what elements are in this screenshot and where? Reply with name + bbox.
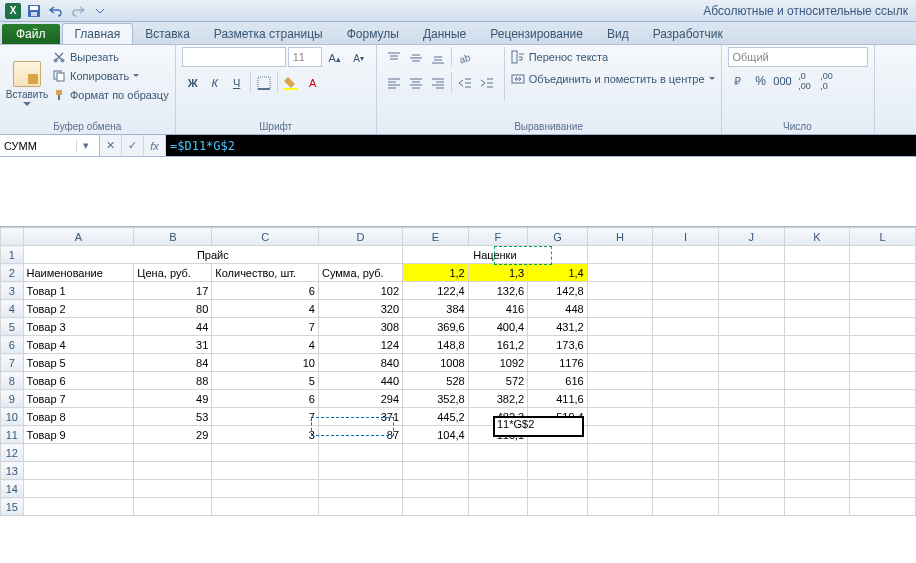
cell[interactable] xyxy=(718,264,784,282)
cell[interactable] xyxy=(212,480,319,498)
cell[interactable]: Товар 7 xyxy=(23,390,134,408)
cell[interactable] xyxy=(134,498,212,516)
cell[interactable] xyxy=(718,354,784,372)
cell[interactable]: 7 xyxy=(212,408,319,426)
cell[interactable] xyxy=(587,426,653,444)
name-box-dropdown[interactable]: ▾ xyxy=(76,139,94,152)
decrease-decimal-icon[interactable]: ,00,0 xyxy=(816,70,838,92)
cell[interactable]: 448 xyxy=(528,300,587,318)
cell[interactable] xyxy=(587,336,653,354)
cell[interactable] xyxy=(850,354,916,372)
cell[interactable] xyxy=(653,354,719,372)
percent-icon[interactable]: % xyxy=(750,70,772,92)
cell[interactable] xyxy=(528,444,587,462)
cell[interactable] xyxy=(528,462,587,480)
cell[interactable] xyxy=(784,372,850,390)
worksheet-grid[interactable]: A B C D E F G H I J K L 1 Прайс Наценки … xyxy=(0,227,916,516)
row-header[interactable]: 2 xyxy=(1,264,24,282)
cell[interactable] xyxy=(653,480,719,498)
cell[interactable] xyxy=(784,462,850,480)
cell[interactable] xyxy=(212,462,319,480)
tab-data[interactable]: Данные xyxy=(411,24,478,44)
cell[interactable]: 400,4 xyxy=(468,318,527,336)
cell[interactable] xyxy=(587,444,653,462)
cell[interactable]: 382,2 xyxy=(468,390,527,408)
cut-button[interactable]: Вырезать xyxy=(52,47,169,66)
tab-review[interactable]: Рецензирование xyxy=(478,24,595,44)
cell[interactable]: 572 xyxy=(468,372,527,390)
cell[interactable]: 1092 xyxy=(468,354,527,372)
cell[interactable]: 519,4 xyxy=(528,408,587,426)
paste-button[interactable]: Вставить xyxy=(6,47,48,119)
cell[interactable]: 6 xyxy=(212,390,319,408)
cell[interactable] xyxy=(718,444,784,462)
cell[interactable] xyxy=(468,480,527,498)
cell[interactable] xyxy=(528,426,587,444)
cell[interactable] xyxy=(653,498,719,516)
cell[interactable]: 88 xyxy=(134,372,212,390)
align-left-icon[interactable] xyxy=(383,72,405,94)
cell[interactable] xyxy=(23,462,134,480)
undo-icon[interactable] xyxy=(46,2,66,20)
cell[interactable]: Товар 6 xyxy=(23,372,134,390)
row-header[interactable]: 4 xyxy=(1,300,24,318)
cell[interactable] xyxy=(718,318,784,336)
col-header[interactable]: D xyxy=(318,228,402,246)
cell[interactable] xyxy=(850,318,916,336)
cell[interactable] xyxy=(318,462,402,480)
cell[interactable] xyxy=(653,426,719,444)
cell[interactable]: 416 xyxy=(468,300,527,318)
fill-color-button[interactable] xyxy=(280,72,302,94)
cell[interactable] xyxy=(528,480,587,498)
col-header[interactable]: E xyxy=(403,228,469,246)
cell[interactable]: 29 xyxy=(134,426,212,444)
comma-style-icon[interactable]: 000 xyxy=(772,70,794,92)
wrap-text-button[interactable]: Перенос текста xyxy=(511,47,715,66)
cell[interactable]: Товар 4 xyxy=(23,336,134,354)
row-header[interactable]: 7 xyxy=(1,354,24,372)
tab-formulas[interactable]: Формулы xyxy=(335,24,411,44)
cell[interactable] xyxy=(718,480,784,498)
cell[interactable]: 3 xyxy=(212,426,319,444)
cell[interactable] xyxy=(403,462,469,480)
redo-icon[interactable] xyxy=(68,2,88,20)
col-header[interactable]: I xyxy=(653,228,719,246)
cell[interactable] xyxy=(653,462,719,480)
font-size-select[interactable]: 11 xyxy=(288,47,322,67)
cell[interactable] xyxy=(403,498,469,516)
cell[interactable] xyxy=(653,444,719,462)
cell[interactable] xyxy=(850,390,916,408)
cell[interactable]: Товар 2 xyxy=(23,300,134,318)
cell[interactable]: 31 xyxy=(134,336,212,354)
cell[interactable] xyxy=(653,318,719,336)
cell[interactable]: 132,6 xyxy=(468,282,527,300)
row-header[interactable]: 12 xyxy=(1,444,24,462)
col-header[interactable]: K xyxy=(784,228,850,246)
cell[interactable]: 431,2 xyxy=(528,318,587,336)
align-bottom-icon[interactable] xyxy=(427,47,449,69)
cell[interactable] xyxy=(718,408,784,426)
cell[interactable]: 1,4 xyxy=(528,264,587,282)
decrease-indent-icon[interactable] xyxy=(454,72,476,94)
cell[interactable] xyxy=(468,462,527,480)
col-header[interactable]: A xyxy=(23,228,134,246)
font-color-button[interactable]: A xyxy=(302,72,324,94)
cell[interactable] xyxy=(784,444,850,462)
cell[interactable]: 411,6 xyxy=(528,390,587,408)
cell[interactable]: 173,6 xyxy=(528,336,587,354)
cell[interactable] xyxy=(784,300,850,318)
cell[interactable] xyxy=(718,390,784,408)
row-header[interactable]: 10 xyxy=(1,408,24,426)
align-middle-icon[interactable] xyxy=(405,47,427,69)
cell[interactable] xyxy=(318,498,402,516)
cell[interactable] xyxy=(587,246,653,264)
cell[interactable] xyxy=(784,426,850,444)
col-header[interactable]: F xyxy=(468,228,527,246)
bold-button[interactable]: Ж xyxy=(182,72,204,94)
cell[interactable]: 1176 xyxy=(528,354,587,372)
cell[interactable] xyxy=(23,444,134,462)
cell[interactable] xyxy=(718,462,784,480)
qat-customize-icon[interactable] xyxy=(90,2,110,20)
cell[interactable] xyxy=(784,480,850,498)
cell[interactable] xyxy=(653,408,719,426)
